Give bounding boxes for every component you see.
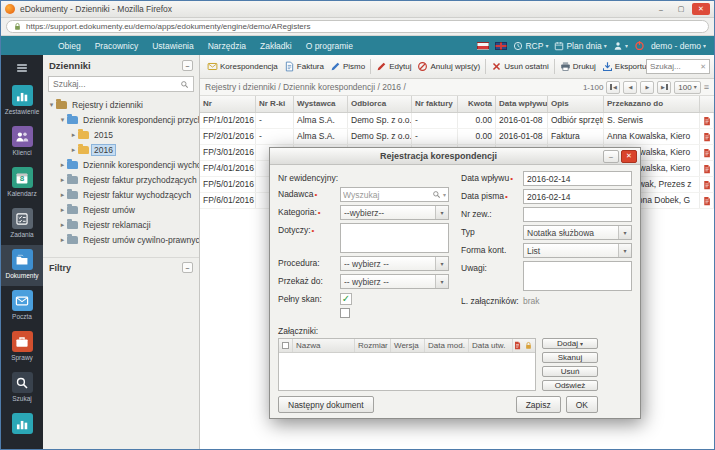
- hamburger-button[interactable]: [1, 55, 43, 81]
- power-icon[interactable]: [634, 40, 645, 51]
- next-page-button[interactable]: ▶: [640, 81, 654, 94]
- select-all-checkbox[interactable]: [282, 342, 289, 349]
- sidebar-item[interactable]: 8 Kalendarz: [1, 163, 43, 204]
- menubar-item[interactable]: O programie: [299, 41, 360, 51]
- save-button[interactable]: Zapisz: [516, 396, 561, 413]
- search-icon[interactable]: [432, 190, 441, 199]
- toolbar-button[interactable]: Drukuj: [557, 59, 599, 74]
- attachment-column-header[interactable]: Data utw.: [469, 339, 513, 352]
- expander-icon[interactable]: ▾: [47, 101, 56, 109]
- dialog-minimize-button[interactable]: –: [603, 150, 619, 163]
- menubar-item[interactable]: Pracownicy: [88, 41, 145, 51]
- sidebar-item[interactable]: Dokumenty: [1, 245, 43, 286]
- column-header[interactable]: Przekazano do: [604, 96, 700, 112]
- page-size-select[interactable]: 100▾: [674, 81, 700, 94]
- plan-dnia-menu[interactable]: Plan dnia▾: [554, 41, 606, 51]
- toolbar-button[interactable]: Faktura: [281, 59, 327, 74]
- dotyczy-textarea[interactable]: [340, 223, 449, 253]
- sidebar-item[interactable]: Klienci: [1, 122, 43, 163]
- typ-select[interactable]: Notatka służbowa▾: [523, 225, 632, 240]
- toolbar-button[interactable]: Eksportuj: [599, 59, 651, 74]
- tree-item[interactable]: ▸ Rejestr umów cywilno-prawnych: [43, 232, 199, 247]
- tree-item[interactable]: ▾ Dziennik korespondencji przychodzącej: [43, 112, 199, 127]
- menubar-item[interactable]: Narzędzia: [201, 41, 253, 51]
- expander-icon[interactable]: ▸: [58, 236, 67, 244]
- tree-item[interactable]: ▸ Rejestr reklamacji: [43, 217, 199, 232]
- attachment-button[interactable]: Dodaj ▾: [542, 338, 598, 349]
- nr-zew-input[interactable]: [523, 207, 632, 222]
- toolbar-button[interactable]: Edytuj: [373, 59, 414, 74]
- attachment-column-header[interactable]: Wersja: [391, 339, 425, 352]
- column-header[interactable]: Wystawca: [294, 96, 348, 112]
- toolbar-button[interactable]: Korespondencja: [204, 59, 281, 74]
- expander-icon[interactable]: ▸: [58, 176, 67, 184]
- expander-icon[interactable]: ▸: [58, 206, 67, 214]
- attachment-button[interactable]: Skanuj: [542, 352, 598, 363]
- uwagi-textarea[interactable]: [523, 261, 632, 291]
- expander-icon[interactable]: ▸: [69, 131, 78, 139]
- account-menu[interactable]: demo - demo▾: [651, 41, 706, 51]
- next-document-button[interactable]: Następny dokument: [278, 396, 374, 413]
- ok-button[interactable]: OK: [566, 396, 598, 413]
- column-header[interactable]: Kwota: [458, 96, 496, 112]
- maximize-button[interactable]: ▢: [672, 3, 690, 15]
- tree-item[interactable]: ▸ 2015: [43, 127, 199, 142]
- column-header[interactable]: Odbiorca: [348, 96, 412, 112]
- kategoria-select[interactable]: --wybierz--▾: [340, 205, 449, 220]
- collapse-filters-icon[interactable]: –: [182, 262, 193, 273]
- panel-search[interactable]: [48, 76, 194, 92]
- toolbar-search[interactable]: ✕: [646, 59, 710, 74]
- menubar-item[interactable]: Obieg: [51, 41, 88, 51]
- data-pisma-input[interactable]: [523, 189, 632, 204]
- menubar-item[interactable]: Zakładki: [253, 41, 299, 51]
- sidebar-item[interactable]: Zestawienie: [1, 81, 43, 122]
- toolbar-button[interactable]: Usuń ostatni: [488, 59, 551, 74]
- column-header[interactable]: Nr: [200, 96, 256, 112]
- scan-option-checkbox[interactable]: [340, 308, 350, 318]
- expander-icon[interactable]: ▸: [58, 191, 67, 199]
- column-header[interactable]: Nr R-ki: [256, 96, 294, 112]
- tree-item[interactable]: ▸ Rejestr umów: [43, 202, 199, 217]
- expander-icon[interactable]: ▾: [58, 116, 67, 124]
- attachment-column-header[interactable]: Rozmiar: [355, 339, 391, 352]
- nadawca-field[interactable]: ▾: [340, 187, 449, 202]
- toolbar-button[interactable]: Anuluj wpis(y): [414, 59, 483, 74]
- collapse-panel-icon[interactable]: –: [182, 60, 193, 71]
- minimize-button[interactable]: –: [652, 3, 670, 15]
- clear-search-icon[interactable]: ✕: [700, 63, 706, 71]
- procedura-select[interactable]: -- wybierz --▾: [340, 256, 449, 271]
- close-button[interactable]: ✕: [692, 3, 710, 15]
- prev-page-button[interactable]: ◀: [623, 81, 637, 94]
- attachment-column-header[interactable]: Data mod.: [425, 339, 469, 352]
- expander-icon[interactable]: ▸: [58, 221, 67, 229]
- dialog-close-button[interactable]: ✕: [621, 150, 637, 163]
- attachments-list[interactable]: [279, 353, 535, 390]
- toolbar-search-input[interactable]: [650, 62, 698, 71]
- data-wplywu-input[interactable]: [523, 171, 632, 186]
- attachment-button[interactable]: Odśwież: [542, 380, 598, 391]
- sidebar-item[interactable]: Szukaj: [1, 368, 43, 409]
- tree-item[interactable]: ▾ Rejestry i dzienniki: [43, 97, 199, 112]
- forma-kont-select[interactable]: List▾: [523, 243, 632, 258]
- chevron-down-icon[interactable]: ▾: [443, 192, 446, 198]
- sidebar-item[interactable]: Zadania: [1, 204, 43, 245]
- user-menu[interactable]: ▾: [613, 41, 628, 51]
- column-header[interactable]: Data wpływu: [496, 96, 548, 112]
- tree-item[interactable]: ▸ Rejestr faktur wychodzących: [43, 187, 199, 202]
- first-page-button[interactable]: ◀: [606, 81, 620, 94]
- tree-item[interactable]: ▸ 2016: [43, 142, 199, 157]
- nadawca-input[interactable]: [343, 190, 430, 200]
- przekaz-do-select[interactable]: -- wybierz --▾: [340, 274, 449, 289]
- flag-en-icon[interactable]: [495, 42, 507, 50]
- grid-menu-icon[interactable]: ≡: [704, 82, 709, 92]
- pelny-skan-checkbox[interactable]: ✓: [340, 293, 352, 305]
- expander-icon[interactable]: ▸: [58, 161, 67, 169]
- expander-icon[interactable]: ▸: [69, 146, 78, 154]
- sidebar-item[interactable]: Sprawy: [1, 327, 43, 368]
- sidebar-item[interactable]: [1, 409, 43, 449]
- flag-pl-icon[interactable]: [477, 42, 489, 50]
- table-row[interactable]: FP/2/01/2016 - Alma S.A. Demo Sp. z o.o.…: [200, 129, 714, 145]
- last-page-button[interactable]: ▶: [657, 81, 671, 94]
- sidebar-item[interactable]: Poczta: [1, 286, 43, 327]
- menubar-item[interactable]: Ustawienia: [145, 41, 201, 51]
